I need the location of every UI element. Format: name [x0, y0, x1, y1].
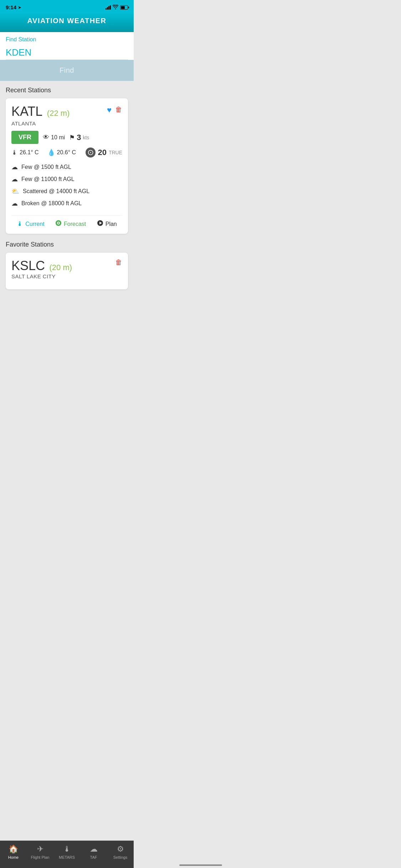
wifi-icon: [113, 5, 118, 10]
find-button[interactable]: Find: [0, 60, 134, 81]
cloud-icon-2: ☁: [11, 175, 18, 183]
status-time: 9:14: [6, 4, 16, 10]
kslc-delete-icon[interactable]: 🗑: [115, 258, 122, 266]
search-section: Find Station: [0, 32, 134, 60]
katl-card-header: KATL (22 m) ♥ 🗑: [11, 104, 122, 119]
forecast-label: Forecast: [64, 221, 86, 227]
flag-icon: ⚑: [69, 134, 75, 141]
delete-trash-icon[interactable]: 🗑: [115, 105, 122, 115]
wind-speed-item: ⚑ 3 kts: [69, 133, 89, 142]
cloud-row-3: ⛅ Scattered @ 14000 ft AGL: [11, 185, 122, 197]
kslc-name: SALT LAKE CITY: [11, 273, 122, 279]
katl-name: ATLANTA: [11, 120, 122, 126]
thermometer-footer-icon: 🌡: [17, 220, 23, 228]
wind-direction-value: 20: [98, 148, 106, 157]
find-station-label: Find Station: [6, 36, 128, 43]
cloud-text-2: Few @ 11000 ft AGL: [21, 176, 74, 182]
temp-value: 26.1° C: [20, 149, 39, 156]
cloud-icon-3: ⛅: [11, 187, 19, 195]
forecast-button[interactable]: Forecast: [55, 220, 86, 228]
station-input[interactable]: [6, 46, 128, 60]
kslc-card-icons: 🗑: [115, 258, 122, 267]
katl-id: KATL: [11, 104, 42, 119]
dewpoint-value: 20.6° C: [57, 149, 76, 156]
vfr-badge: VFR: [11, 131, 38, 144]
main-content: Recent Stations KATL (22 m) ♥ 🗑 ATLANTA …: [0, 81, 134, 321]
temp-item: 🌡 26.1° C: [11, 149, 39, 156]
cloud-row-1: ☁ Few @ 1500 ft AGL: [11, 161, 122, 173]
eye-icon: 👁: [43, 134, 49, 141]
wind-unit: kts: [83, 135, 89, 140]
visibility-item: 👁 10 mi: [43, 134, 65, 141]
visibility-value: 10 mi: [51, 134, 65, 141]
dewpoint-icon: 💧: [47, 149, 55, 156]
favorite-stations-label: Favorite Stations: [6, 241, 128, 248]
app-header: AVIATION WEATHER: [0, 13, 134, 32]
kslc-card-header: KSLC (20 m) 🗑: [11, 258, 122, 273]
svg-point-2: [58, 222, 59, 224]
recent-stations-label: Recent Stations: [6, 87, 128, 94]
signal-icon: [106, 5, 111, 10]
katl-card-footer: 🌡 Current Forecast: [11, 215, 122, 228]
kslc-age: (20 m): [50, 263, 72, 272]
cloud-row-2: ☁ Few @ 11000 ft AGL: [11, 173, 122, 185]
current-button[interactable]: 🌡 Current: [17, 220, 44, 228]
cloud-text-3: Scattered @ 14000 ft AGL: [23, 188, 89, 195]
cloud-text-1: Few @ 1500 ft AGL: [21, 164, 71, 170]
compass-section: ⊙ 20 TRUE: [86, 148, 122, 157]
kslc-id: KSLC: [11, 258, 45, 273]
katl-age: (22 m): [47, 109, 70, 118]
location-arrow-icon: ➤: [18, 5, 21, 10]
dewpoint-item: 💧 20.6° C: [47, 149, 76, 156]
favorite-heart-icon[interactable]: ♥: [107, 105, 112, 115]
kslc-title-row: KSLC (20 m): [11, 258, 72, 273]
kslc-card: KSLC (20 m) 🗑 SALT LAKE CITY: [6, 253, 128, 289]
cloud-icon-1: ☁: [11, 163, 18, 171]
katl-title-row: KATL (22 m): [11, 104, 70, 119]
plan-button[interactable]: Plan: [97, 220, 117, 228]
katl-condition-row: VFR 👁 10 mi ⚑ 3 kts: [11, 131, 122, 144]
cloud-icon-4: ☁: [11, 200, 18, 207]
wind-direction-label: TRUE: [109, 150, 122, 155]
cloud-text-4: Broken @ 18000 ft AGL: [21, 200, 82, 207]
battery-icon: [120, 5, 128, 10]
wind-speed-value: 3: [77, 133, 81, 142]
plan-icon: [97, 220, 103, 228]
cloud-layers: ☁ Few @ 1500 ft AGL ☁ Few @ 11000 ft AGL…: [11, 161, 122, 210]
plan-label: Plan: [106, 221, 117, 227]
status-icons: [106, 5, 128, 10]
current-label: Current: [25, 221, 44, 227]
find-button-container: Find: [0, 60, 134, 81]
compass-icon: ⊙: [86, 148, 96, 157]
katl-temp-row: 🌡 26.1° C 💧 20.6° C ⊙ 20 TRUE: [11, 148, 122, 157]
cloud-row-4: ☁ Broken @ 18000 ft AGL: [11, 197, 122, 210]
katl-card-icons: ♥ 🗑: [107, 105, 122, 115]
katl-card: KATL (22 m) ♥ 🗑 ATLANTA VFR 👁 10 mi ⚑ 3 …: [6, 98, 128, 234]
status-bar: 9:14 ➤: [0, 0, 134, 13]
thermometer-icon: 🌡: [11, 149, 18, 156]
forecast-icon: [55, 220, 62, 228]
app-title: AVIATION WEATHER: [6, 17, 128, 25]
